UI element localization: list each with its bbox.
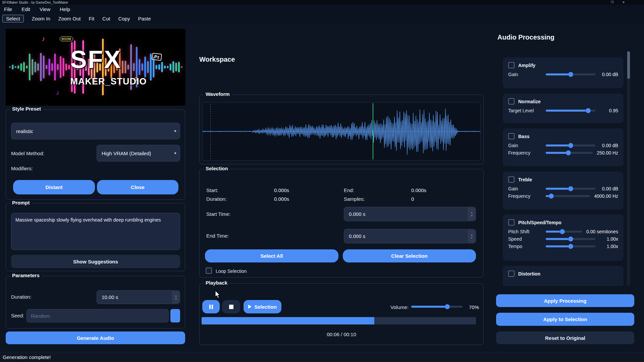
- menu-file[interactable]: File: [4, 6, 12, 12]
- treble-checkbox[interactable]: [508, 176, 515, 183]
- tool-paste[interactable]: Paste: [138, 16, 151, 21]
- waveform-canvas[interactable]: [203, 103, 480, 160]
- window-title: SFXMaker Studio - by GameDev_ToolMaker: [2, 1, 68, 4]
- processing-scrollbar-thumb[interactable]: [627, 51, 630, 79]
- amplify-label: Amplify: [518, 63, 535, 68]
- duration-value: 10.00 s: [102, 294, 118, 300]
- logo-pz-badge: Pz: [152, 53, 162, 61]
- treble-frequency-value: 4000.00 Hz: [594, 193, 618, 199]
- bass-gain-value: 0.00 dB: [599, 143, 618, 148]
- pitch-shift-slider[interactable]: [546, 231, 582, 233]
- volume-value: 70%: [469, 304, 479, 311]
- reset-to-original-button[interactable]: Reset to Original: [496, 331, 634, 344]
- processing-scroll-area: Amplify Gain 0.00 dB Normalize Target Le…: [503, 52, 624, 286]
- normalize-checkbox[interactable]: [508, 98, 515, 105]
- bass-frequency-label: Frequency: [508, 150, 546, 156]
- amplify-card: Amplify Gain 0.00 dB: [503, 57, 624, 88]
- spin-buttons[interactable]: ▲▼: [172, 291, 179, 303]
- pause-button[interactable]: [202, 300, 220, 313]
- treble-gain-slider[interactable]: [546, 188, 595, 190]
- select-all-button[interactable]: Select All: [205, 249, 338, 262]
- play-selection-button[interactable]: Selection: [244, 300, 281, 313]
- speed-label: Speed: [508, 236, 546, 242]
- end-time-spinbox[interactable]: 0.000 s ▲▼: [344, 229, 476, 243]
- tool-copy[interactable]: Copy: [118, 16, 130, 21]
- menu-bar: File Edit View Help: [0, 5, 644, 13]
- apply-to-selection-button[interactable]: Apply to Selection: [496, 313, 634, 326]
- distortion-checkbox[interactable]: [508, 270, 515, 277]
- model-method-value: High VRAM (Detailed): [102, 150, 151, 156]
- tool-zoom-in[interactable]: Zoom In: [32, 16, 50, 21]
- selection-end-value: 0.000s: [411, 187, 426, 194]
- treble-frequency-slider[interactable]: [546, 195, 590, 197]
- bass-card: Bass Gain 0.00 dB Frequency 250.00 Hz: [503, 128, 624, 166]
- spin-buttons[interactable]: ▲▼: [468, 207, 475, 221]
- volume-slider[interactable]: [411, 306, 463, 308]
- end-time-label: End Time:: [206, 233, 229, 239]
- bass-checkbox[interactable]: [508, 133, 515, 139]
- loop-selection-checkbox[interactable]: [206, 267, 212, 274]
- seed-input[interactable]: [26, 309, 169, 322]
- style-preset-combo[interactable]: realistic: [11, 123, 180, 139]
- volume-label: Volume:: [390, 304, 409, 311]
- bass-gain-label: Gain: [508, 143, 546, 148]
- selection-start-value: 0.000s: [274, 187, 289, 194]
- loop-selection-label: Loop Selection: [216, 268, 247, 275]
- workspace-heading: Workspace: [199, 56, 235, 63]
- tempo-value: 1.00x: [599, 244, 618, 249]
- start-time-value: 0.000 s: [349, 211, 365, 217]
- menu-view[interactable]: View: [40, 6, 50, 12]
- spin-buttons[interactable]: ▲▼: [468, 230, 475, 243]
- pause-icon: [209, 305, 213, 309]
- chevron-down-icon: [174, 153, 176, 154]
- pitch-speed-tempo-checkbox[interactable]: [508, 219, 515, 226]
- playback-progress-bar[interactable]: [202, 317, 476, 324]
- target-level-slider[interactable]: [546, 110, 595, 112]
- close-button[interactable]: ✕: [619, 0, 628, 5]
- music-note-icon: ♪: [56, 89, 59, 97]
- tool-fit[interactable]: Fit: [89, 16, 94, 21]
- menu-help[interactable]: Help: [60, 6, 70, 12]
- model-method-label: Model Method:: [11, 150, 44, 157]
- seed-label: Seed:: [11, 312, 24, 319]
- audio-processing-heading: Audio Processing: [497, 34, 554, 41]
- processing-scrollbar-track[interactable]: [627, 51, 630, 286]
- modifier-distant-button[interactable]: Distant: [13, 180, 95, 194]
- bass-frequency-slider[interactable]: [546, 152, 593, 154]
- distortion-card: Distortion: [503, 266, 624, 286]
- speed-slider[interactable]: [546, 238, 595, 240]
- seed-random-button[interactable]: [170, 309, 180, 322]
- selection-samples-value: 0: [411, 196, 414, 202]
- bass-label: Bass: [518, 134, 529, 139]
- clear-selection-button[interactable]: Clear Selection: [343, 249, 476, 262]
- waveform-display: [202, 102, 481, 161]
- model-method-combo[interactable]: High VRAM (Detailed): [97, 145, 180, 162]
- pitch-shift-label: Pitch Shift: [508, 229, 546, 234]
- tool-cut[interactable]: Cut: [102, 16, 110, 21]
- maximize-button[interactable]: ❐: [608, 0, 616, 5]
- selection-start-label: Start:: [206, 187, 218, 194]
- apply-processing-button[interactable]: Apply Processing: [496, 294, 634, 307]
- prompt-textarea[interactable]: Massive spaceship slowly flying overhead…: [11, 213, 180, 250]
- modifiers-label: Modifiers:: [11, 165, 33, 172]
- chevron-down-icon: [174, 130, 176, 132]
- start-time-spinbox[interactable]: 0.000 s ▲▼: [344, 207, 476, 221]
- tool-zoom-out[interactable]: Zoom Out: [58, 16, 81, 21]
- menu-edit[interactable]: Edit: [21, 6, 30, 12]
- prompt-title: Prompt: [10, 200, 32, 205]
- waveform-group: Waveform: [199, 95, 484, 164]
- bass-gain-slider[interactable]: [546, 144, 595, 146]
- distortion-label: Distortion: [518, 271, 540, 277]
- playback-time: 00:06 / 00:10: [200, 331, 483, 338]
- tempo-slider[interactable]: [546, 245, 595, 247]
- target-level-value: 0.95: [599, 108, 618, 113]
- stop-button[interactable]: [222, 300, 240, 313]
- duration-spinbox[interactable]: 10.00 s ▲▼: [97, 290, 180, 304]
- tool-select[interactable]: Select: [2, 15, 24, 22]
- amplify-gain-slider[interactable]: [546, 73, 595, 75]
- show-suggestions-button[interactable]: Show Suggestions: [11, 255, 180, 268]
- start-time-label: Start Time:: [206, 211, 231, 218]
- modifier-close-button[interactable]: Close: [97, 180, 178, 194]
- amplify-checkbox[interactable]: [508, 62, 515, 68]
- generate-audio-button[interactable]: Generate Audio: [6, 331, 185, 344]
